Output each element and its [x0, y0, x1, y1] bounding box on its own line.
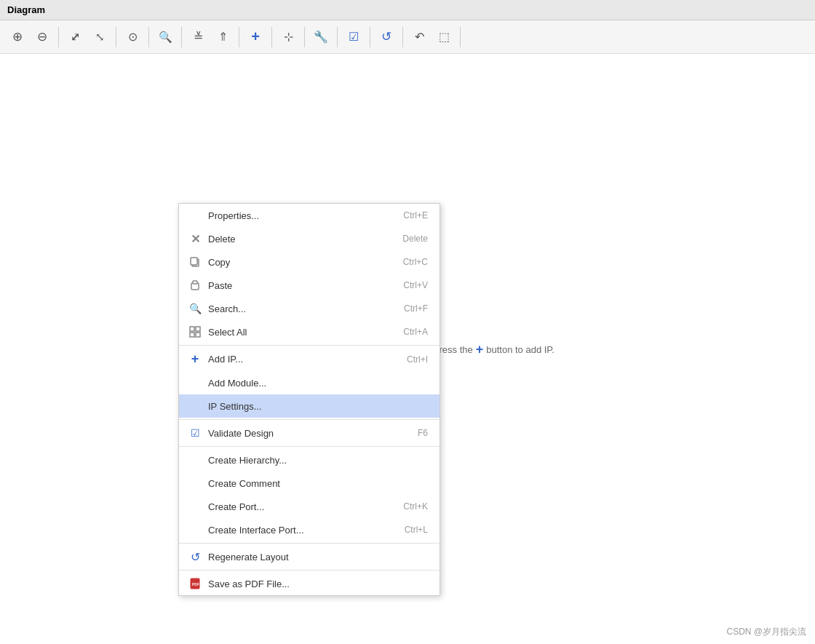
menu-item-create-interface-port[interactable]: Create Interface Port... Ctrl+L: [179, 518, 440, 541]
select-all-label: Select All: [205, 327, 403, 338]
validate-design-icon: ☑: [185, 427, 205, 439]
paste-shortcut: Ctrl+V: [403, 280, 428, 290]
svg-rect-7: [196, 333, 200, 337]
save-pdf-label: Save as PDF File...: [205, 579, 428, 589]
redo-button[interactable]: ⬚: [432, 25, 456, 49]
add-module-label: Add Module...: [205, 378, 428, 389]
menu-item-create-port[interactable]: Create Port... Ctrl+K: [179, 495, 440, 518]
search-icon: 🔍: [185, 303, 205, 314]
copy-icon: [185, 256, 205, 268]
arrange-up-button[interactable]: ⇑: [211, 25, 234, 49]
menu-item-add-ip[interactable]: + Add IP... Ctrl+I: [179, 347, 440, 371]
fit-selection-icon: ⤡: [95, 31, 105, 44]
fit-all-button[interactable]: ⤢: [63, 25, 87, 49]
validate-design-label: Validate Design: [205, 428, 418, 439]
copy-label: Copy: [205, 257, 403, 268]
validate-design-shortcut: F6: [418, 428, 428, 438]
zoom-custom-button[interactable]: 🔍: [154, 25, 177, 49]
paste-label: Paste: [205, 280, 403, 291]
properties-toolbar-button[interactable]: 🔧: [309, 25, 333, 49]
create-comment-label: Create Comment: [205, 478, 428, 489]
add-ip-toolbar-button[interactable]: +: [244, 25, 267, 49]
svg-rect-1: [191, 258, 197, 265]
divider-3: [148, 27, 149, 47]
center-button[interactable]: ⊙: [121, 25, 144, 49]
undo-button[interactable]: ↶: [408, 25, 431, 49]
select-mode-icon: ⊹: [284, 30, 293, 44]
separator-3: [179, 446, 440, 447]
title-label: Diagram: [7, 4, 45, 15]
menu-item-create-comment[interactable]: Create Comment: [179, 472, 440, 495]
select-mode-button[interactable]: ⊹: [277, 25, 300, 49]
menu-item-select-all[interactable]: Select All Ctrl+A: [179, 320, 440, 343]
menu-item-copy[interactable]: Copy Ctrl+C: [179, 250, 440, 274]
paste-icon: [185, 279, 205, 291]
select-all-icon: [185, 326, 205, 338]
validate-toolbar-icon: ☑: [349, 30, 359, 44]
zoom-in-icon: ⊕: [12, 29, 23, 44]
menu-item-properties[interactable]: Properties... Ctrl+E: [179, 204, 440, 227]
add-ip-shortcut: Ctrl+I: [407, 354, 428, 365]
menu-item-save-pdf[interactable]: PDF Save as PDF File...: [179, 572, 440, 595]
add-ip-icon: +: [185, 351, 205, 367]
center-icon: ⊙: [128, 30, 138, 44]
menu-item-add-module[interactable]: Add Module...: [179, 371, 440, 394]
separator-1: [179, 345, 440, 346]
delete-label: Delete: [205, 234, 402, 245]
regenerate-layout-icon: ↺: [185, 550, 205, 564]
properties-label: Properties...: [205, 210, 403, 221]
canvas-area[interactable]: This design is empty. Press the + button…: [0, 54, 815, 644]
copy-shortcut: Ctrl+C: [403, 257, 428, 267]
svg-rect-5: [196, 327, 200, 331]
menu-item-search[interactable]: 🔍 Search... Ctrl+F: [179, 297, 440, 320]
regenerate-toolbar-button[interactable]: ↺: [375, 25, 398, 49]
create-hierarchy-label: Create Hierarchy...: [205, 455, 428, 466]
properties-shortcut: Ctrl+E: [403, 210, 428, 220]
regenerate-toolbar-icon: ↺: [381, 29, 391, 44]
zoom-out-icon: ⊖: [37, 29, 47, 44]
menu-item-validate-design[interactable]: ☑ Validate Design F6: [179, 421, 440, 445]
menu-item-ip-settings[interactable]: IP Settings...: [179, 394, 440, 418]
svg-rect-3: [193, 281, 197, 284]
svg-text:PDF: PDF: [192, 582, 199, 587]
divider-8: [337, 27, 338, 47]
create-port-label: Create Port...: [205, 501, 403, 512]
fit-all-icon: ⤢: [71, 31, 80, 44]
select-all-shortcut: Ctrl+A: [403, 327, 428, 337]
menu-item-create-hierarchy[interactable]: Create Hierarchy...: [179, 448, 440, 472]
hint-plus-icon: +: [476, 341, 484, 357]
validate-toolbar-button[interactable]: ☑: [342, 25, 365, 49]
fit-selection-button[interactable]: ⤡: [88, 25, 111, 49]
separator-4: [179, 543, 440, 544]
zoom-custom-icon: 🔍: [159, 31, 172, 44]
hint-suffix: button to add IP.: [486, 343, 554, 354]
divider-4: [181, 27, 182, 47]
menu-item-paste[interactable]: Paste Ctrl+V: [179, 274, 440, 297]
divider-10: [402, 27, 403, 47]
divider-11: [460, 27, 461, 47]
divider-7: [304, 27, 305, 47]
context-menu: Properties... Ctrl+E ✕ Delete Delete Cop…: [178, 203, 440, 596]
divider-1: [58, 27, 59, 47]
title-bar: Diagram: [0, 0, 815, 20]
zoom-out-button[interactable]: ⊖: [31, 25, 54, 49]
regenerate-layout-label: Regenerate Layout: [205, 552, 428, 562]
separator-5: [179, 570, 440, 571]
redo-icon: ⬚: [439, 30, 450, 44]
arrange-up-icon: ⇑: [218, 30, 228, 44]
svg-rect-4: [190, 327, 194, 331]
create-interface-port-label: Create Interface Port...: [205, 525, 405, 536]
zoom-in-button[interactable]: ⊕: [6, 25, 29, 49]
save-pdf-icon: PDF: [185, 578, 205, 589]
divider-9: [370, 27, 370, 47]
menu-item-delete[interactable]: ✕ Delete Delete: [179, 227, 440, 250]
menu-item-regenerate-layout[interactable]: ↺ Regenerate Layout: [179, 545, 440, 568]
search-label: Search...: [205, 303, 404, 314]
add-ip-toolbar-icon: +: [251, 28, 260, 45]
toolbar: ⊕ ⊖ ⤢ ⤡ ⊙ 🔍 ≚ ⇑ + ⊹ 🔧 ☑ ↺ ↶: [0, 20, 815, 54]
delete-shortcut: Delete: [402, 234, 428, 244]
delete-icon: ✕: [185, 232, 205, 246]
watermark: CSDN @岁月指尖流: [726, 626, 806, 638]
arrange-down-button[interactable]: ≚: [186, 25, 210, 49]
arrange-down-icon: ≚: [194, 30, 203, 44]
